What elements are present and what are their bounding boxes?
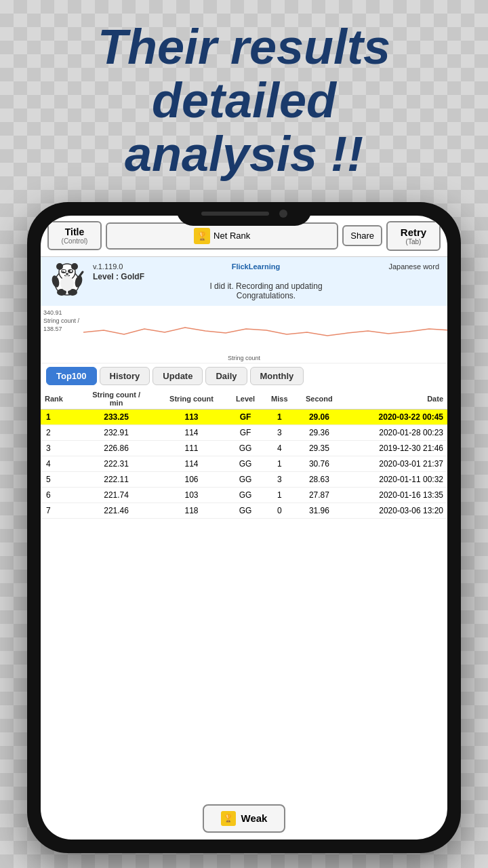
tab-top100[interactable]: Top100 <box>46 367 97 385</box>
cell-sc-min: 226.86 <box>77 440 155 456</box>
congrats-line2: Congratulations. <box>93 291 439 300</box>
share-label: Share <box>350 231 374 241</box>
chart-y-low: 138.57 <box>43 326 79 332</box>
svg-point-7 <box>70 270 73 272</box>
chart-y-label: String count / <box>43 317 79 324</box>
chart-svg <box>83 309 447 355</box>
header-sc: String count <box>155 389 227 410</box>
chart-area: 340.91 String count / 138.57 String coun… <box>41 306 447 363</box>
table-row: 4 222.31 114 GG 1 30.76 2020-03-01 21:37 <box>41 456 447 471</box>
svg-point-3 <box>71 263 78 270</box>
cell-level: GG <box>228 440 264 456</box>
info-section: v.1.119.0 FlickLearning Japanese word Le… <box>41 257 447 306</box>
cell-miss: 3 <box>264 471 296 487</box>
cell-sc-min: 233.25 <box>77 409 155 425</box>
cell-second: 31.96 <box>296 502 343 518</box>
cell-level: GF <box>228 409 264 425</box>
cell-second: 30.76 <box>296 456 343 471</box>
cell-date: 2020-01-28 00:23 <box>343 425 447 440</box>
tabs-bar: Top100 History Update Daily Monthly <box>41 363 447 389</box>
cell-second: 29.35 <box>296 440 343 456</box>
phone-notch <box>176 202 312 226</box>
table-row: 2 232.91 114 GF 3 29.36 2020-01-28 00:23 <box>41 425 447 440</box>
version-label: v.1.119.0 <box>93 262 123 271</box>
notch-camera <box>279 210 287 218</box>
tab-update[interactable]: Update <box>152 367 203 385</box>
header-miss: Miss <box>264 389 296 410</box>
cell-rank: 4 <box>41 456 77 471</box>
cell-date: 2020-01-16 13:35 <box>343 487 447 502</box>
table-row: 5 222.11 106 GG 3 28.63 2020-01-11 00:32 <box>41 471 447 487</box>
cell-miss: 0 <box>264 502 296 518</box>
svg-point-2 <box>56 263 63 270</box>
retry-button[interactable]: Retry (Tab) <box>386 221 441 251</box>
cell-miss: 3 <box>264 425 296 440</box>
info-congrats: I did it. Recording and updating Congrat… <box>93 281 439 300</box>
level-label: Level : GoldF <box>93 272 439 281</box>
cell-sc: 103 <box>155 487 227 502</box>
cell-sc: 118 <box>155 502 227 518</box>
cell-sc: 114 <box>155 456 227 471</box>
cell-date: 2020-03-06 13:20 <box>343 502 447 518</box>
info-meta: v.1.119.0 FlickLearning Japanese word <box>93 262 439 271</box>
page-wrapper: Their results detailed analysis !! Title… <box>0 0 488 868</box>
category-label: Japanese word <box>388 262 439 271</box>
results-table: Rank String count /min String count Leve… <box>41 389 447 519</box>
cell-level: GG <box>228 487 264 502</box>
chart-y-labels: 340.91 String count / 138.57 <box>43 309 79 332</box>
headline: Their results detailed analysis !! <box>70 0 418 195</box>
cell-date: 2020-03-22 00:45 <box>343 409 447 425</box>
title-button[interactable]: Title (Control) <box>47 221 102 250</box>
header-date: Date <box>343 389 447 410</box>
notch-bar <box>201 212 269 216</box>
cell-miss: 1 <box>264 487 296 502</box>
table-wrapper: Rank String count /min String count Leve… <box>41 389 447 797</box>
table-row: 6 221.74 103 GG 1 27.87 2020-01-16 13:35 <box>41 487 447 502</box>
phone-frame: Title (Control) 🏆 Net Rank Share Retry (… <box>27 202 461 853</box>
app-name-label: FlickLearning <box>232 262 281 271</box>
cell-sc: 113 <box>155 409 227 425</box>
net-rank-button[interactable]: 🏆 Net Rank <box>106 222 338 250</box>
weak-icon: 🏆 <box>221 811 236 826</box>
net-rank-label: Net Rank <box>214 231 250 241</box>
cell-date: 2020-03-01 21:37 <box>343 456 447 471</box>
cell-date: 2019-12-30 21:46 <box>343 440 447 456</box>
share-button[interactable]: Share <box>342 225 382 246</box>
net-rank-icon: 🏆 <box>194 228 210 244</box>
panda-icon <box>49 262 86 300</box>
cell-sc: 111 <box>155 440 227 456</box>
cell-sc-min: 222.31 <box>77 456 155 471</box>
tab-daily[interactable]: Daily <box>205 367 247 385</box>
chart-y-high: 340.91 <box>43 309 79 316</box>
cell-rank: 6 <box>41 487 77 502</box>
phone-screen: Title (Control) 🏆 Net Rank Share Retry (… <box>41 216 447 840</box>
svg-point-8 <box>66 273 68 275</box>
tab-history[interactable]: History <box>100 367 150 385</box>
cell-sc: 106 <box>155 471 227 487</box>
cell-sc-min: 221.46 <box>77 502 155 518</box>
retry-label: Retry <box>401 226 426 238</box>
cell-sc: 114 <box>155 425 227 440</box>
weak-label: Weak <box>241 812 268 824</box>
header-second: Second <box>296 389 343 410</box>
cell-second: 29.36 <box>296 425 343 440</box>
cell-second: 29.06 <box>296 409 343 425</box>
cell-level: GG <box>228 471 264 487</box>
table-header: Rank String count /min String count Leve… <box>41 389 447 410</box>
weak-section: 🏆 Weak <box>41 797 447 840</box>
cell-level: GG <box>228 502 264 518</box>
table-row: 1 233.25 113 GF 1 29.06 2020-03-22 00:45 <box>41 409 447 425</box>
cell-miss: 1 <box>264 456 296 471</box>
weak-button[interactable]: 🏆 Weak <box>203 804 286 833</box>
cell-sc-min: 232.91 <box>77 425 155 440</box>
table-row: 7 221.46 118 GG 0 31.96 2020-03-06 13:20 <box>41 502 447 518</box>
retry-sub-label: (Tab) <box>406 238 422 245</box>
header-level: Level <box>228 389 264 410</box>
table-body: 1 233.25 113 GF 1 29.06 2020-03-22 00:45… <box>41 409 447 518</box>
header-rank: Rank <box>41 389 77 410</box>
cell-rank: 2 <box>41 425 77 440</box>
cell-miss: 4 <box>264 440 296 456</box>
cell-rank: 3 <box>41 440 77 456</box>
cell-level: GG <box>228 456 264 471</box>
tab-monthly[interactable]: Monthly <box>250 367 304 385</box>
